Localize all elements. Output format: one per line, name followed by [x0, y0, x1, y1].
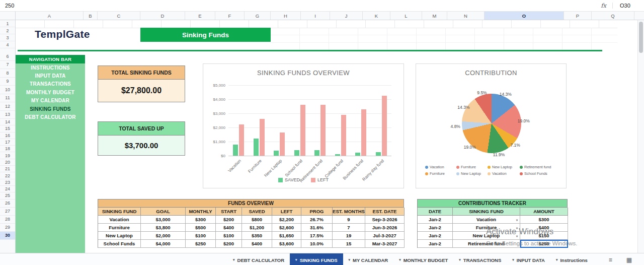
contrib-amount-cell[interactable]: $150 — [520, 232, 568, 240]
row-header-14[interactable]: 14 — [0, 119, 15, 125]
funds-cell[interactable]: $400 — [216, 224, 242, 232]
funds-cell[interactable]: 26.7% — [301, 216, 333, 224]
column-header-D[interactable]: D — [140, 12, 185, 20]
column-header-M[interactable]: M — [422, 12, 447, 20]
tab-dropdown-icon[interactable]: ▾ — [556, 258, 558, 262]
sidebar-item-transactions[interactable]: TRANSACTIONS — [16, 80, 85, 88]
sidebar-item-monthly-budget[interactable]: MONTHLY BUDGET — [16, 88, 85, 96]
tab-dropdown-icon[interactable]: ▾ — [399, 258, 401, 262]
funds-cell[interactable]: $300 — [186, 216, 216, 224]
sidebar-item-input-data[interactable]: INPUT DATA — [16, 72, 85, 80]
row-header-13[interactable]: 13 — [0, 111, 15, 119]
funds-cell[interactable]: $3,000 — [141, 216, 186, 224]
row-header-6[interactable]: 6 — [0, 52, 15, 61]
column-header-C[interactable]: C — [98, 12, 140, 20]
dropdown-arrow-icon[interactable]: ▾ — [516, 218, 518, 221]
menu-icon[interactable]: ≡ — [609, 256, 612, 263]
contrib-amount-cell[interactable]: $400 — [520, 224, 568, 232]
funds-cell[interactable]: $2,600 — [272, 224, 301, 232]
funds-cell[interactable]: $1,650 — [272, 232, 301, 240]
column-header-N[interactable]: N — [447, 12, 485, 20]
row-header-11[interactable]: 11 — [0, 94, 15, 103]
funds-cell[interactable]: Vacation — [98, 216, 141, 224]
funds-cell[interactable]: Furniture — [98, 224, 141, 232]
funds-cell[interactable]: $350 — [242, 232, 272, 240]
row-header-2[interactable]: 2 — [0, 27, 15, 34]
row-header-20[interactable]: 20 — [0, 159, 15, 166]
vertical-scrollbar[interactable] — [637, 20, 644, 253]
row-header-25[interactable]: 25 — [0, 192, 15, 199]
row-header-22[interactable]: 22 — [0, 172, 15, 179]
funds-cell[interactable]: $2,200 — [272, 216, 301, 224]
fund-dropdown-cell[interactable]: Retirement fund — [453, 240, 520, 248]
funds-cell[interactable]: $3,800 — [141, 224, 186, 232]
funds-cell[interactable]: Mar-3-2027 — [365, 240, 405, 248]
row-header-8[interactable]: 8 — [0, 69, 15, 78]
formula-bar-value[interactable]: 250 — [0, 3, 601, 9]
funds-cell[interactable]: $800 — [242, 216, 272, 224]
fund-dropdown-cell[interactable]: New Laptop▾ — [453, 232, 520, 240]
row-header-16[interactable]: 16 — [0, 132, 15, 139]
contrib-date-cell[interactable]: Jan-2 — [418, 216, 453, 224]
total-saved-up-value[interactable]: $3,700.00 — [98, 136, 185, 156]
row-header-18[interactable]: 18 — [0, 146, 15, 152]
tab-dropdown-icon[interactable]: ▾ — [512, 258, 514, 262]
contrib-amount-cell[interactable]: $300 — [520, 216, 568, 224]
funds-cell[interactable]: Jul-3-2027 — [365, 232, 405, 240]
funds-cell[interactable]: 15 — [333, 240, 365, 248]
row-header-28[interactable]: 28 — [0, 216, 15, 224]
funds-cell[interactable]: 31.6% — [301, 224, 333, 232]
dropdown-arrow-icon[interactable]: ▾ — [516, 226, 518, 229]
row-header-24[interactable]: 24 — [0, 186, 15, 192]
tab-dropdown-icon[interactable]: ▾ — [295, 258, 297, 262]
funds-cell[interactable]: 7 — [333, 224, 365, 232]
sidebar-item-sinking-funds[interactable]: SINKING FUNDS — [16, 105, 85, 113]
vertical-scrollbar-thumb[interactable] — [639, 22, 643, 53]
funds-cell[interactable]: $400 — [242, 240, 272, 248]
sheet-tab-transactions[interactable]: ▾TRANSACTIONS — [453, 253, 507, 265]
funds-cell[interactable]: School Funds — [98, 240, 141, 248]
column-header-Q[interactable]: Q — [592, 12, 634, 20]
row-header-21[interactable]: 21 — [0, 166, 15, 172]
funds-cell[interactable]: 17.5% — [301, 232, 333, 240]
sheet-tab-my-calendar[interactable]: ▾MY CALENDAR — [343, 253, 394, 265]
sheet-tab-instructions[interactable]: ▾Instructions — [550, 253, 593, 265]
sheet-tab-debt-calculator[interactable]: ▾DEBT CALCULATOR — [227, 253, 290, 265]
sidebar-item-my-calendar[interactable]: MY CALENDAR — [16, 97, 85, 105]
funds-cell[interactable]: $3,600 — [272, 240, 301, 248]
funds-cell[interactable]: 10.0% — [301, 240, 333, 248]
funds-cell[interactable]: Sep-3-2026 — [365, 216, 405, 224]
fund-dropdown-cell[interactable]: Furniture▾ — [453, 224, 520, 232]
sheet-tab-sinking-funds[interactable]: ▾SINKING FUNDS — [290, 253, 343, 265]
row-header-30[interactable]: 30 — [0, 232, 15, 240]
row-header-10[interactable]: 10 — [0, 86, 15, 94]
select-all-corner[interactable] — [0, 12, 16, 20]
row-header-15[interactable]: 15 — [0, 125, 15, 132]
funds-cell[interactable]: $1,200 — [242, 224, 272, 232]
column-header-H[interactable]: H — [271, 12, 301, 20]
column-header-G[interactable]: G — [245, 12, 271, 20]
column-header-J[interactable]: J — [330, 12, 363, 20]
column-header-P[interactable]: P — [564, 12, 592, 20]
funds-cell[interactable]: $250 — [186, 240, 216, 248]
name-box[interactable]: O30 — [612, 3, 637, 9]
column-header-O[interactable]: O — [485, 12, 564, 20]
dropdown-arrow-icon[interactable]: ▾ — [516, 234, 518, 237]
sidebar-item-debt-calculator[interactable]: DEBT CALCULATOR — [16, 113, 85, 121]
row-header-12[interactable]: 12 — [0, 102, 15, 111]
row-header-23[interactable]: 23 — [0, 179, 15, 186]
funds-cell[interactable]: 19 — [333, 232, 365, 240]
sheet-tab-input-data[interactable]: ▾INPUT DATA — [507, 253, 550, 265]
funds-cell[interactable]: $200 — [216, 240, 242, 248]
column-header-L[interactable]: L — [390, 12, 422, 20]
column-header-F[interactable]: F — [215, 12, 245, 20]
tab-dropdown-icon[interactable]: ▾ — [233, 258, 235, 262]
contrib-date-cell[interactable]: Jan-2 — [418, 232, 453, 240]
funds-cell[interactable]: New Laptop — [98, 232, 141, 240]
row-header-3[interactable]: 3 — [0, 34, 15, 41]
funds-cell[interactable]: $100 — [216, 232, 242, 240]
row-header-9[interactable]: 9 — [0, 78, 15, 86]
funds-cell[interactable]: Jun-3-2026 — [365, 224, 405, 232]
sheet-tab-monthly-budget[interactable]: ▾MONTHLY BUDGET — [393, 253, 453, 265]
row-header-7[interactable]: 7 — [0, 61, 15, 70]
